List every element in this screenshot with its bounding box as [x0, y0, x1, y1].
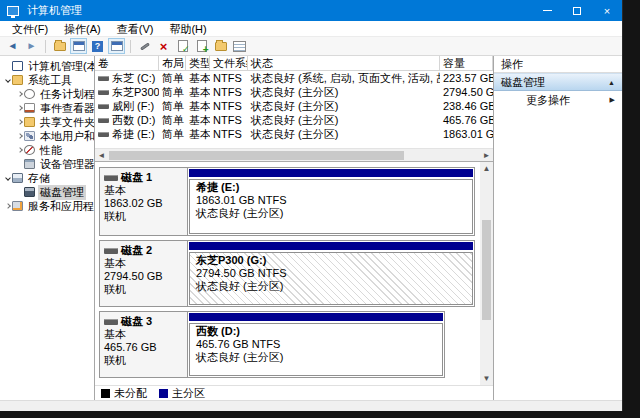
disk-drive-icon: [104, 175, 118, 181]
partition-region[interactable]: 希捷 (E:)1863.01 GB NTFS状态良好 (主分区): [188, 168, 474, 235]
sidebar-item-event-viewer[interactable]: 事件查看器: [0, 101, 94, 115]
add-volume-icon[interactable]: +: [193, 38, 210, 54]
chevron-right-icon[interactable]: [15, 134, 24, 138]
partition-health: 状态良好 (主分区): [196, 351, 436, 364]
scheduler-icon: [24, 89, 35, 99]
menu-item-action[interactable]: 操作(A): [56, 21, 109, 37]
chevron-right-icon[interactable]: [15, 92, 24, 96]
sidebar-item-shared-folders[interactable]: 共享文件夹: [0, 115, 94, 129]
more-actions-item[interactable]: 更多操作 ▶: [494, 91, 622, 109]
sidebar-item-task-scheduler[interactable]: 任务计划程序: [0, 87, 94, 101]
scroll-down-icon[interactable]: ▼: [480, 372, 493, 385]
vertical-scrollbar[interactable]: ▲ ▼: [480, 162, 493, 385]
disk-label: 磁盘 2基本2794.50 GB联机: [100, 241, 188, 306]
sidebar-item-label: 共享文件夹: [38, 115, 94, 130]
chevron-right-icon[interactable]: [15, 120, 24, 124]
delete-volume-icon[interactable]: ×: [155, 38, 172, 54]
volume-capacity-cell: 465.76 GB: [440, 114, 493, 126]
horizontal-scrollbar[interactable]: ◄ ►: [95, 148, 493, 161]
actions-group-disk-management[interactable]: 磁盘管理 ▲: [494, 73, 622, 91]
chevron-right-icon[interactable]: [3, 204, 12, 208]
folder-icon[interactable]: [212, 38, 229, 54]
menu-item-view[interactable]: 查看(V): [109, 21, 162, 37]
sidebar-item-performance[interactable]: 性能: [0, 143, 94, 157]
tools-icon: [12, 75, 23, 85]
menu-item-help[interactable]: 帮助(H): [161, 21, 214, 37]
column-header[interactable]: 类型: [186, 56, 210, 70]
sidebar-item-computer-management[interactable]: 计算机管理(本地): [0, 59, 94, 73]
volume-row[interactable]: 希捷 (E:)简单基本NTFS状态良好 (主分区)1863.01 GB: [95, 127, 493, 141]
volume-row[interactable]: 西数 (D:)简单基本NTFS状态良好 (主分区)465.76 GB: [95, 113, 493, 127]
sidebar-item-services-apps[interactable]: 服务和应用程序: [0, 199, 94, 213]
properties-check-icon[interactable]: ✓: [174, 38, 191, 54]
partition-body[interactable]: 东芝P300 (G:)2794.50 GB NTFS状态良好 (主分区): [189, 252, 473, 305]
export-folder-icon[interactable]: [51, 38, 68, 54]
volume-layout-cell: 简单: [159, 71, 186, 86]
sidebar-item-storage[interactable]: 存储: [0, 171, 94, 185]
volume-fs-cell: NTFS: [210, 72, 248, 84]
collapse-icon[interactable]: ▲: [608, 79, 615, 86]
devices-icon: [24, 159, 35, 169]
sidebar-item-system-tools[interactable]: 系统工具: [0, 73, 94, 87]
sidebar-item-disk-management[interactable]: 磁盘管理: [0, 185, 94, 199]
volume-name-cell: 威刚 (F:): [95, 99, 159, 114]
scroll-up-icon[interactable]: ▲: [480, 162, 493, 175]
maximize-button[interactable]: [562, 0, 592, 21]
sidebar-item-label: 计算机管理(本地): [26, 59, 94, 74]
disk-management-pane: 卷布局类型文件系统状态容量东芝 (C:)简单基本NTFS状态良好 (系统, 启动…: [95, 56, 494, 400]
close-button[interactable]: ×: [592, 0, 622, 21]
minimize-button[interactable]: [532, 0, 562, 21]
details-view-icon[interactable]: [231, 38, 248, 54]
partition-health: 状态良好 (主分区): [196, 280, 466, 293]
vertical-scrollbar-thumb[interactable]: [482, 220, 491, 320]
tool-icon[interactable]: [136, 38, 153, 54]
disk-row[interactable]: 磁盘 2基本2794.50 GB联机东芝P300 (G:)2794.50 GB …: [99, 240, 475, 307]
disk-name-text: 磁盘 2: [121, 244, 152, 257]
chevron-down-icon[interactable]: [3, 78, 12, 82]
sidebar-item-local-users-groups[interactable]: 本地用户和组: [0, 129, 94, 143]
add-volume-icon-glyph: +: [197, 40, 207, 52]
chevron-right-icon[interactable]: [15, 106, 24, 110]
sidebar-item-device-manager[interactable]: 设备管理器: [0, 157, 94, 171]
console-window-icon[interactable]: [108, 38, 125, 54]
back-icon-glyph: ◄: [8, 41, 18, 51]
partition-body[interactable]: 希捷 (E:)1863.01 GB NTFS状态良好 (主分区): [189, 179, 473, 234]
console-tree-icon[interactable]: [70, 38, 87, 54]
column-header[interactable]: 容量: [440, 56, 493, 70]
chevron-right-icon[interactable]: [15, 148, 24, 152]
actions-title: 操作: [494, 56, 622, 73]
volume-row[interactable]: 东芝P300 (G:)简单基本NTFS状态良好 (主分区)2794.50 GB: [95, 85, 493, 99]
back-icon[interactable]: ◄: [4, 38, 21, 54]
volume-icon: [98, 90, 109, 95]
graphical-view: 磁盘 1基本1863.02 GB联机希捷 (E:)1863.01 GB NTFS…: [95, 161, 493, 400]
partition-region[interactable]: 东芝P300 (G:)2794.50 GB NTFS状态良好 (主分区): [188, 241, 474, 306]
forward-icon[interactable]: ►: [23, 38, 40, 54]
disk-row[interactable]: 磁盘 3基本465.76 GB联机西数 (D:)465.76 GB NTFS状态…: [99, 311, 445, 378]
legend-item-unallocated: 未分配: [101, 386, 147, 401]
horizontal-scrollbar-thumb[interactable]: [109, 151, 404, 160]
partition-region[interactable]: 西数 (D:)465.76 GB NTFS状态良好 (主分区): [188, 312, 444, 377]
column-header[interactable]: 布局: [159, 56, 186, 70]
volume-list-header: 卷布局类型文件系统状态容量: [95, 56, 493, 71]
volume-icon: [98, 132, 109, 137]
disk-icon: [24, 187, 35, 197]
disk-type: 基本: [104, 328, 183, 341]
column-header[interactable]: 卷: [95, 56, 159, 70]
chevron-down-icon[interactable]: [3, 176, 12, 180]
volume-row[interactable]: 东芝 (C:)简单基本NTFS状态良好 (系统, 启动, 页面文件, 活动, 故…: [95, 71, 493, 85]
sidebar-item-label: 磁盘管理: [38, 185, 86, 200]
scroll-left-icon[interactable]: ◄: [95, 149, 108, 162]
console-window-icon-glyph: [111, 41, 123, 51]
partition-body[interactable]: 西数 (D:)465.76 GB NTFS状态良好 (主分区): [189, 323, 443, 376]
scroll-right-icon[interactable]: ►: [480, 149, 493, 162]
volume-name-cell: 希捷 (E:): [95, 127, 159, 142]
column-header[interactable]: 状态: [248, 56, 440, 70]
disk-row[interactable]: 磁盘 1基本1863.02 GB联机希捷 (E:)1863.01 GB NTFS…: [99, 167, 475, 236]
menu-item-file[interactable]: 文件(F): [4, 21, 56, 37]
help-icon[interactable]: ?: [89, 38, 106, 54]
column-header[interactable]: 文件系统: [210, 56, 248, 70]
disk-status: 联机: [104, 283, 183, 296]
disk-name-text: 磁盘 1: [121, 171, 152, 184]
export-folder-icon-glyph: [54, 42, 66, 51]
volume-row[interactable]: 威刚 (F:)简单基本NTFS状态良好 (主分区)238.46 GB: [95, 99, 493, 113]
